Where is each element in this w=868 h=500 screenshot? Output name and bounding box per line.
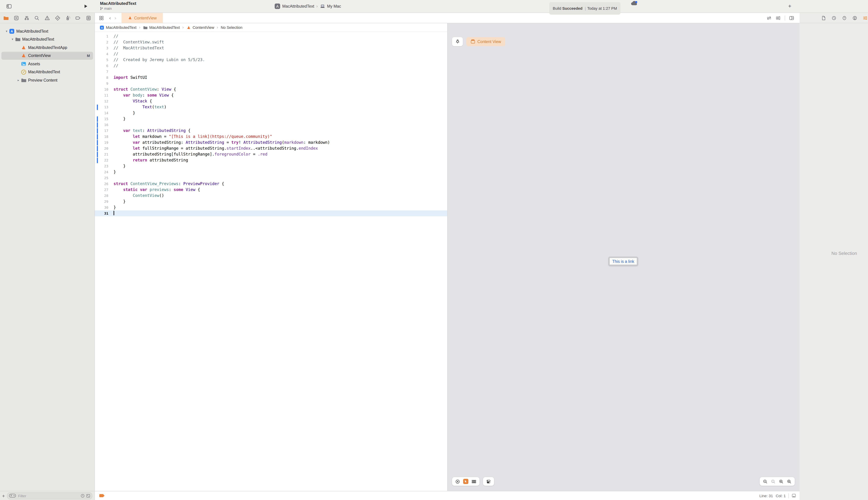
code-line[interactable]: 21 attributedString[fullStringRange].for… <box>95 151 447 157</box>
go-back-button[interactable]: ‹ <box>107 15 113 21</box>
code-line[interactable]: 3 // MacAttributedText <box>95 45 447 51</box>
filter-options-icon[interactable] <box>9 494 16 498</box>
breadcrumb-separator: › <box>182 25 184 30</box>
breadcrumb-item[interactable]: ContentView <box>193 25 214 30</box>
file-tree-row[interactable]: Assets <box>1 60 93 68</box>
breadcrumb-item[interactable]: No Selection <box>221 25 242 30</box>
filter-field[interactable] <box>7 492 92 499</box>
navigator-tab-symbols-icon[interactable] <box>24 15 29 21</box>
navigator-tab-breakpoints-icon[interactable] <box>76 15 81 21</box>
live-preview-button[interactable] <box>455 479 460 484</box>
code-line[interactable]: 14 } <box>95 110 447 116</box>
disclosure-right-icon[interactable]: ▸ <box>16 79 21 82</box>
code-line[interactable]: 6 // <box>95 63 447 69</box>
zoom-out-button[interactable] <box>763 479 768 484</box>
file-tree-row[interactable]: ▸ Preview Content <box>1 76 93 84</box>
build-separator: | <box>585 6 586 10</box>
navigator-tab-reports-icon[interactable] <box>86 15 91 21</box>
inspector-tab-history-icon[interactable] <box>831 15 836 20</box>
scheme-name: MacAttributedText <box>282 4 314 8</box>
disclosure-down-icon[interactable]: ▾ <box>4 30 9 33</box>
code-line[interactable]: 25 <box>95 175 447 181</box>
code-line[interactable]: 5 // Created by Jeremy Lubin on 5/5/23. <box>95 57 447 63</box>
source-control-filter-icon[interactable] <box>86 493 90 498</box>
code-line[interactable]: 19 var attributedString: AttributedStrin… <box>95 139 447 146</box>
file-tree-row[interactable]: ▾ MacAttributedText <box>1 35 93 43</box>
code-line[interactable]: 17 var text: AttributedString { <box>95 128 447 134</box>
breadcrumb-item[interactable]: MacAttributedText <box>106 25 136 30</box>
add-tab-button[interactable]: + <box>788 0 791 12</box>
code-line[interactable]: 29 } <box>95 198 447 205</box>
file-tree-row[interactable]: MacAttributedTextApp <box>1 43 93 52</box>
code-line[interactable]: 23 } <box>95 163 447 169</box>
code-line[interactable]: 1 // <box>95 33 447 39</box>
inspector-tab-quick-help-icon[interactable]: ? <box>842 15 847 20</box>
code-line[interactable]: 16 <box>95 122 447 128</box>
inspector-tab-file-icon[interactable] <box>821 15 826 20</box>
build-status-pill[interactable]: Build Succeeded | Today at 1:27 PM <box>549 2 620 14</box>
code-line[interactable]: 7 <box>95 69 447 75</box>
toggle-navigator-button[interactable] <box>6 0 12 12</box>
jump-bar: AMacAttributedText›MacAttributedText›Con… <box>95 23 447 32</box>
zoom-in-button[interactable] <box>787 479 792 484</box>
selectable-mode-button[interactable] <box>463 479 468 484</box>
device-settings-button[interactable] <box>483 477 494 486</box>
code-line[interactable]: 10 struct ContentView: View { <box>95 87 447 92</box>
inspector-tab-accessibility-icon[interactable] <box>852 15 857 20</box>
breadcrumb-item[interactable]: MacAttributedText <box>149 25 180 30</box>
code-line[interactable]: 18 let markdown = "[This is a link](http… <box>95 134 447 139</box>
variants-button[interactable] <box>471 479 476 484</box>
preview-target-pill[interactable]: Content View <box>466 37 505 46</box>
code-line[interactable]: 20 let fullStringRange = attributedStrin… <box>95 146 447 151</box>
navigator-tab-debug-icon[interactable] <box>65 15 71 21</box>
code-line[interactable]: 24 } <box>95 169 447 175</box>
code-line[interactable]: 26 struct ContentView_Previews: PreviewP… <box>95 181 447 187</box>
code-line[interactable]: 13 Text(text) <box>95 104 447 110</box>
code-line[interactable]: 12 VStack { <box>95 98 447 104</box>
code-line[interactable]: 4 // <box>95 51 447 57</box>
pin-preview-button[interactable] <box>452 37 463 46</box>
file-tree-row[interactable]: MacAttributedText <box>1 68 93 76</box>
zoom-100-button[interactable]: 1 <box>771 479 776 484</box>
zoom-fit-button[interactable] <box>779 479 784 484</box>
code-line[interactable]: 30 } <box>95 205 447 211</box>
code-line[interactable]: 15 } <box>95 116 447 122</box>
code-line[interactable]: 28 ContentView() <box>95 193 447 198</box>
recents-filter-icon[interactable] <box>81 493 85 498</box>
editor-bottom-bar-icon[interactable] <box>792 493 796 498</box>
disclosure-down-icon[interactable]: ▾ <box>10 38 15 41</box>
code-line[interactable]: 27 static var previews: some View { <box>95 187 447 193</box>
run-button[interactable] <box>83 0 88 12</box>
code-line[interactable]: 22 return attributedString <box>95 157 447 163</box>
navigator-tab-issues-icon[interactable] <box>44 15 50 21</box>
navigator-tab-search-icon[interactable] <box>34 15 40 21</box>
code-review-icon[interactable] <box>767 15 772 20</box>
add-file-button[interactable]: + <box>2 493 5 498</box>
add-editor-icon[interactable] <box>789 15 794 20</box>
preview-link-text[interactable]: This is a link <box>612 259 634 263</box>
navigator-tab-tests-icon[interactable] <box>55 15 60 21</box>
editor-tab[interactable]: ContentView <box>122 13 163 23</box>
file-tree-row[interactable]: ▾ A MacAttributedText <box>1 27 93 35</box>
minimap-icon[interactable] <box>776 15 780 20</box>
code-line[interactable]: 2 // ContentView.swift <box>95 39 447 45</box>
navigator-tab-project-icon[interactable] <box>3 15 9 21</box>
filter-input[interactable] <box>18 493 79 498</box>
build-result: Succeeded <box>562 6 582 10</box>
scheme-selector[interactable]: A MacAttributedText › My Mac <box>274 0 341 12</box>
cloud-status-icon[interactable] <box>630 0 639 6</box>
inspector-tab-attributes-icon[interactable] <box>863 15 867 20</box>
code-line[interactable]: 31 <box>95 211 447 216</box>
entitlements-icon <box>21 69 26 75</box>
go-forward-button[interactable]: › <box>113 15 118 21</box>
file-tree-label: Preview Content <box>28 78 93 82</box>
code-line[interactable]: 9 <box>95 81 447 87</box>
code-line[interactable]: 11 var body: some View { <box>95 92 447 98</box>
file-tree-row[interactable]: ContentView M <box>1 52 93 60</box>
navigator-tab-source-control-icon[interactable] <box>13 15 19 21</box>
related-items-icon[interactable] <box>99 15 104 20</box>
pin-icon <box>455 39 460 44</box>
bookmark-tag-icon[interactable] <box>99 494 104 497</box>
code-line[interactable]: 8 import SwiftUI <box>95 75 447 81</box>
code-editor[interactable]: 1 // 2 // ContentView.swift 3 // MacAttr… <box>95 32 447 491</box>
